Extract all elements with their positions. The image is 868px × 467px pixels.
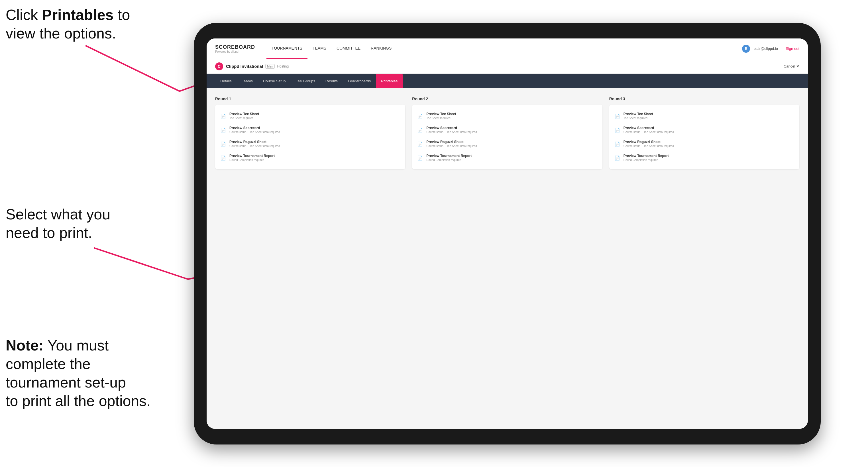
user-avatar: B — [742, 45, 750, 53]
round-3-label: Round 3 — [609, 97, 799, 101]
round-2-raguzzi[interactable]: 📄 Preview Raguzzi Sheet Course setup + T… — [416, 137, 597, 151]
round-2-tournament-report[interactable]: 📄 Preview Tournament Report Round Comple… — [416, 151, 597, 165]
logo-sub: Powered by clippd — [215, 50, 255, 53]
user-email: blair@clippd.io — [753, 46, 778, 51]
r1-tee-sheet-sub: Tee Sheet required — [229, 117, 259, 120]
round-2-card: 📄 Preview Tee Sheet Tee Sheet required 📄… — [412, 104, 602, 169]
nav-teams[interactable]: TEAMS — [308, 38, 332, 59]
round-2-label: Round 2 — [412, 97, 602, 101]
r1-report-sub: Round Completion required — [229, 158, 275, 161]
tournament-cancel[interactable]: Cancel ✕ — [784, 64, 799, 68]
tournament-logo: C — [215, 62, 223, 70]
tab-course-setup[interactable]: Course Setup — [258, 74, 291, 88]
r1-report-title: Preview Tournament Report — [229, 154, 275, 158]
tablet-screen: SCOREBOARD Powered by clippd TOURNAMENTS… — [207, 38, 808, 429]
scoreboard-logo: SCOREBOARD Powered by clippd — [215, 44, 255, 53]
round-1-scorecard[interactable]: 📄 Preview Scorecard Course setup + Tee S… — [220, 123, 401, 137]
round-1-label: Round 1 — [215, 97, 405, 101]
r2-report-icon: 📄 — [416, 154, 424, 162]
r1-raguzzi-title: Preview Raguzzi Sheet — [229, 140, 280, 144]
annotation-bold: Printables — [42, 6, 114, 23]
tab-printables[interactable]: Printables — [376, 74, 403, 88]
main-content: Round 1 📄 Preview Tee Sheet Tee Sheet re… — [207, 88, 808, 429]
r3-tee-sheet-sub: Tee Sheet required — [623, 117, 653, 120]
r3-tee-sheet-icon: 📄 — [614, 112, 621, 120]
r3-raguzzi-title: Preview Raguzzi Sheet — [623, 140, 674, 144]
r3-scorecard-sub: Course setup + Tee Sheet data required — [623, 130, 674, 134]
top-nav-links: TOURNAMENTS TEAMS COMMITTEE RANKINGS — [267, 38, 742, 59]
round-3-scorecard[interactable]: 📄 Preview Scorecard Course setup + Tee S… — [614, 123, 795, 137]
r2-scorecard-title: Preview Scorecard — [426, 126, 477, 130]
r2-report-sub: Round Completion required — [426, 158, 472, 161]
round-3-card: 📄 Preview Tee Sheet Tee Sheet required 📄… — [609, 104, 799, 169]
r2-raguzzi-icon: 📄 — [416, 140, 424, 148]
r3-report-icon: 📄 — [614, 154, 621, 162]
r1-scorecard-sub: Course setup + Tee Sheet data required — [229, 130, 280, 134]
round-3-tournament-report[interactable]: 📄 Preview Tournament Report Round Comple… — [614, 151, 795, 165]
r2-tee-sheet-title: Preview Tee Sheet — [426, 112, 456, 116]
annotation-middle: Select what youneed to print. — [6, 205, 171, 242]
top-nav: SCOREBOARD Powered by clippd TOURNAMENTS… — [207, 38, 808, 59]
report-icon: 📄 — [220, 154, 226, 162]
nav-committee[interactable]: COMMITTEE — [332, 38, 366, 59]
nav-tournaments[interactable]: TOURNAMENTS — [267, 38, 308, 59]
round-3-section: Round 3 📄 Preview Tee Sheet Tee Sheet re… — [609, 97, 799, 169]
tab-bar: Details Teams Course Setup Tee Groups Re… — [207, 74, 808, 88]
tournament-name: Clippd Invitational — [226, 64, 263, 69]
r3-raguzzi-sub: Course setup + Tee Sheet data required — [623, 145, 674, 148]
r2-tee-sheet-icon: 📄 — [416, 112, 424, 120]
r2-tee-sheet-sub: Tee Sheet required — [426, 117, 456, 120]
round-1-section: Round 1 📄 Preview Tee Sheet Tee Sheet re… — [215, 97, 405, 169]
round-1-tee-sheet[interactable]: 📄 Preview Tee Sheet Tee Sheet required — [220, 109, 401, 123]
annotation-bottom: Note: You mustcomplete thetournament set… — [6, 336, 171, 410]
logo-title: SCOREBOARD — [215, 44, 255, 50]
round-2-scorecard[interactable]: 📄 Preview Scorecard Course setup + Tee S… — [416, 123, 597, 137]
top-nav-right: B blair@clippd.io | Sign out — [742, 45, 799, 53]
r3-report-title: Preview Tournament Report — [623, 154, 669, 158]
r1-scorecard-title: Preview Scorecard — [229, 126, 280, 130]
annotation-top: Click Printables toview the options. — [6, 6, 171, 43]
tournament-status: Hosting — [277, 64, 289, 68]
r2-scorecard-icon: 📄 — [416, 126, 424, 134]
r1-raguzzi-sub: Course setup + Tee Sheet data required — [229, 145, 280, 148]
r2-raguzzi-sub: Course setup + Tee Sheet data required — [426, 145, 477, 148]
r3-report-sub: Round Completion required — [623, 158, 669, 161]
r2-raguzzi-title: Preview Raguzzi Sheet — [426, 140, 477, 144]
annotation-note-bold: Note: — [6, 337, 43, 353]
round-3-tee-sheet[interactable]: 📄 Preview Tee Sheet Tee Sheet required — [614, 109, 795, 123]
tab-details[interactable]: Details — [215, 74, 237, 88]
tab-teams[interactable]: Teams — [237, 74, 258, 88]
sign-out-link[interactable]: Sign out — [786, 46, 799, 51]
tournament-bar: C Clippd Invitational Men Hosting Cancel… — [207, 59, 808, 74]
r3-tee-sheet-title: Preview Tee Sheet — [623, 112, 653, 116]
raguzzi-icon: 📄 — [220, 140, 226, 148]
round-3-raguzzi[interactable]: 📄 Preview Raguzzi Sheet Course setup + T… — [614, 137, 795, 151]
r3-scorecard-icon: 📄 — [614, 126, 621, 134]
tab-results[interactable]: Results — [320, 74, 343, 88]
scorecard-icon: 📄 — [220, 126, 226, 134]
r1-tee-sheet-title: Preview Tee Sheet — [229, 112, 259, 116]
round-1-raguzzi[interactable]: 📄 Preview Raguzzi Sheet Course setup + T… — [220, 137, 401, 151]
r2-scorecard-sub: Course setup + Tee Sheet data required — [426, 130, 477, 134]
rounds-grid: Round 1 📄 Preview Tee Sheet Tee Sheet re… — [215, 97, 799, 169]
r2-report-title: Preview Tournament Report — [426, 154, 472, 158]
tab-tee-groups[interactable]: Tee Groups — [291, 74, 320, 88]
round-1-card: 📄 Preview Tee Sheet Tee Sheet required 📄… — [215, 104, 405, 169]
round-1-tournament-report[interactable]: 📄 Preview Tournament Report Round Comple… — [220, 151, 401, 165]
round-2-tee-sheet[interactable]: 📄 Preview Tee Sheet Tee Sheet required — [416, 109, 597, 123]
tee-sheet-icon: 📄 — [220, 112, 226, 120]
r3-scorecard-title: Preview Scorecard — [623, 126, 674, 130]
round-2-section: Round 2 📄 Preview Tee Sheet Tee Sheet re… — [412, 97, 602, 169]
nav-rankings[interactable]: RANKINGS — [366, 38, 397, 59]
r3-raguzzi-icon: 📄 — [614, 140, 621, 148]
tournament-tag: Men — [265, 64, 275, 69]
tab-leaderboards[interactable]: Leaderboards — [343, 74, 376, 88]
tablet-device: SCOREBOARD Powered by clippd TOURNAMENTS… — [194, 23, 821, 444]
